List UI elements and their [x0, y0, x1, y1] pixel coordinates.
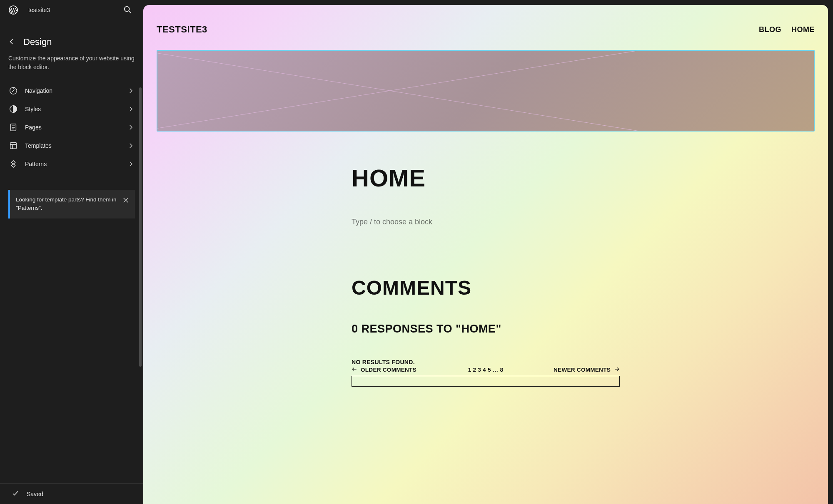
chevron-right-icon — [127, 142, 135, 150]
chevron-right-icon — [127, 123, 135, 132]
scrollbar-thumb[interactable] — [139, 87, 142, 367]
half-circle-icon — [8, 104, 18, 114]
page-number[interactable]: 2 — [472, 367, 476, 373]
sidebar-description: Customize the appearance of your website… — [0, 54, 143, 82]
sidebar-item-label: Styles — [25, 106, 41, 112]
page-number[interactable]: 4 — [482, 367, 486, 373]
older-comments-label: OLDER COMMENTS — [361, 367, 416, 373]
page-ellipsis: … — [492, 367, 499, 373]
site-name: testsite3 — [28, 7, 50, 13]
check-icon — [12, 489, 19, 498]
chevron-right-icon — [127, 87, 135, 95]
hero-image-block[interactable] — [157, 50, 815, 132]
sidebar-header: Design — [0, 20, 143, 54]
compass-icon — [8, 86, 18, 96]
nav-link-home[interactable]: HOME — [791, 25, 815, 34]
sidebar-item-pages[interactable]: Pages — [4, 118, 139, 137]
pager-pages: 1 2 3 4 5 … 8 — [468, 367, 504, 373]
page-number[interactable]: 8 — [500, 367, 504, 373]
sidebar-item-navigation[interactable]: Navigation — [4, 82, 139, 100]
chevron-left-icon — [7, 37, 16, 47]
svg-point-1 — [125, 6, 130, 11]
svg-rect-9 — [10, 143, 17, 149]
notice-text: Looking for template parts? Find them in… — [16, 196, 117, 211]
sidebar-item-styles[interactable]: Styles — [4, 100, 139, 118]
layout-icon — [8, 141, 18, 151]
chevron-right-icon — [127, 105, 135, 113]
sidebar-item-label: Patterns — [25, 161, 47, 167]
preview-content: HOME Type / to choose a block COMMENTS 0… — [352, 164, 620, 387]
no-results-text: NO RESULTS FOUND. — [352, 359, 620, 365]
sidebar-item-label: Pages — [25, 124, 42, 131]
newer-comments-label: NEWER COMMENTS — [554, 367, 611, 373]
responses-heading[interactable]: 0 RESPONSES TO "HOME" — [352, 323, 620, 335]
diamond-grid-icon — [8, 159, 18, 169]
block-inserter-prompt[interactable]: Type / to choose a block — [352, 218, 620, 226]
nav-link-blog[interactable]: BLOG — [759, 25, 781, 34]
sidebar-title: Design — [23, 37, 52, 47]
sidebar-item-patterns[interactable]: Patterns — [4, 155, 139, 173]
page-number[interactable]: 1 — [468, 367, 472, 373]
site-preview[interactable]: TESTSITE3 BLOG HOME HOME Type / to choos… — [143, 5, 828, 504]
preview-nav: BLOG HOME — [759, 25, 815, 34]
preview-wrap: TESTSITE3 BLOG HOME HOME Type / to choos… — [143, 0, 833, 504]
newer-comments-link[interactable]: NEWER COMMENTS — [554, 366, 620, 373]
page-number[interactable]: 5 — [487, 367, 491, 373]
sidebar-footer: Saved — [0, 483, 143, 504]
preview-site-title[interactable]: TESTSITE3 — [157, 24, 207, 35]
wordpress-logo-icon[interactable] — [8, 5, 18, 15]
search-icon — [123, 5, 132, 15]
comments-heading[interactable]: COMMENTS — [352, 276, 620, 299]
sidebar-menu: Navigation Styles — [0, 82, 143, 173]
comment-form-box[interactable] — [352, 376, 620, 387]
svg-line-2 — [129, 11, 131, 13]
sidebar-scrollbar[interactable] — [139, 87, 142, 367]
search-button[interactable] — [120, 2, 135, 17]
page-icon — [8, 122, 18, 132]
comments-pager: OLDER COMMENTS 1 2 3 4 5 … 8 NEWER C — [352, 366, 620, 373]
arrow-left-icon — [352, 366, 357, 373]
template-parts-notice: Looking for template parts? Find them in… — [8, 190, 135, 218]
page-number[interactable]: 3 — [477, 367, 481, 373]
older-comments-link[interactable]: OLDER COMMENTS — [352, 366, 416, 373]
save-status: Saved — [27, 491, 43, 497]
close-icon — [122, 196, 130, 205]
preview-header: TESTSITE3 BLOG HOME — [157, 24, 815, 35]
back-button[interactable] — [7, 37, 17, 47]
sidebar: testsite3 Design Customize the appearan — [0, 0, 143, 504]
page-heading[interactable]: HOME — [352, 164, 620, 192]
arrow-right-icon — [614, 366, 620, 373]
chevron-right-icon — [127, 160, 135, 168]
notice-close-button[interactable] — [119, 194, 132, 207]
sidebar-topbar: testsite3 — [0, 0, 143, 20]
sidebar-item-label: Navigation — [25, 87, 52, 94]
sidebar-item-label: Templates — [25, 142, 52, 149]
sidebar-item-templates[interactable]: Templates — [4, 137, 139, 155]
